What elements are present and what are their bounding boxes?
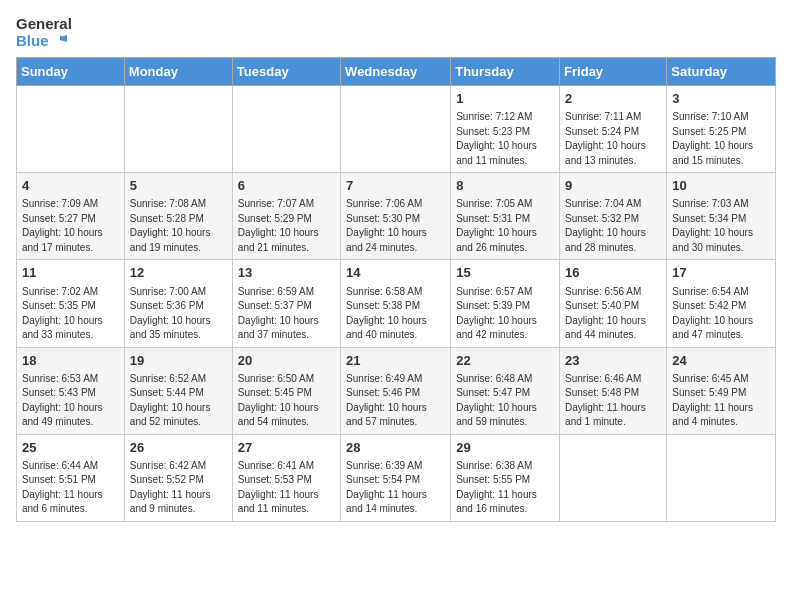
day-number: 22: [456, 352, 554, 370]
day-info: Sunrise: 6:56 AMSunset: 5:40 PMDaylight:…: [565, 285, 661, 343]
calendar-cell: 27Sunrise: 6:41 AMSunset: 5:53 PMDayligh…: [232, 434, 340, 521]
day-number: 6: [238, 177, 335, 195]
day-number: 3: [672, 90, 770, 108]
calendar-cell: 15Sunrise: 6:57 AMSunset: 5:39 PMDayligh…: [451, 260, 560, 347]
day-number: 28: [346, 439, 445, 457]
calendar-cell: 14Sunrise: 6:58 AMSunset: 5:38 PMDayligh…: [341, 260, 451, 347]
calendar-cell: 19Sunrise: 6:52 AMSunset: 5:44 PMDayligh…: [124, 347, 232, 434]
day-info: Sunrise: 6:52 AMSunset: 5:44 PMDaylight:…: [130, 372, 227, 430]
calendar-cell: 24Sunrise: 6:45 AMSunset: 5:49 PMDayligh…: [667, 347, 776, 434]
day-info: Sunrise: 7:12 AMSunset: 5:23 PMDaylight:…: [456, 110, 554, 168]
calendar-week-row: 25Sunrise: 6:44 AMSunset: 5:51 PMDayligh…: [17, 434, 776, 521]
calendar-cell: 25Sunrise: 6:44 AMSunset: 5:51 PMDayligh…: [17, 434, 125, 521]
calendar-cell: 26Sunrise: 6:42 AMSunset: 5:52 PMDayligh…: [124, 434, 232, 521]
day-info: Sunrise: 6:54 AMSunset: 5:42 PMDaylight:…: [672, 285, 770, 343]
day-info: Sunrise: 7:08 AMSunset: 5:28 PMDaylight:…: [130, 197, 227, 255]
calendar-cell: 2Sunrise: 7:11 AMSunset: 5:24 PMDaylight…: [560, 86, 667, 173]
calendar-cell: 1Sunrise: 7:12 AMSunset: 5:23 PMDaylight…: [451, 86, 560, 173]
calendar-cell: 29Sunrise: 6:38 AMSunset: 5:55 PMDayligh…: [451, 434, 560, 521]
day-number: 8: [456, 177, 554, 195]
logo: General Blue: [16, 16, 72, 49]
day-number: 14: [346, 264, 445, 282]
day-number: 19: [130, 352, 227, 370]
calendar-cell: 9Sunrise: 7:04 AMSunset: 5:32 PMDaylight…: [560, 173, 667, 260]
calendar-week-row: 4Sunrise: 7:09 AMSunset: 5:27 PMDaylight…: [17, 173, 776, 260]
day-number: 27: [238, 439, 335, 457]
day-number: 2: [565, 90, 661, 108]
day-info: Sunrise: 7:03 AMSunset: 5:34 PMDaylight:…: [672, 197, 770, 255]
day-number: 25: [22, 439, 119, 457]
calendar-cell: 13Sunrise: 6:59 AMSunset: 5:37 PMDayligh…: [232, 260, 340, 347]
day-number: 4: [22, 177, 119, 195]
page-header: General Blue: [16, 16, 776, 49]
calendar-cell: [341, 86, 451, 173]
calendar-cell: 21Sunrise: 6:49 AMSunset: 5:46 PMDayligh…: [341, 347, 451, 434]
calendar-cell: 18Sunrise: 6:53 AMSunset: 5:43 PMDayligh…: [17, 347, 125, 434]
calendar-cell: 22Sunrise: 6:48 AMSunset: 5:47 PMDayligh…: [451, 347, 560, 434]
calendar-cell: 10Sunrise: 7:03 AMSunset: 5:34 PMDayligh…: [667, 173, 776, 260]
day-number: 5: [130, 177, 227, 195]
day-number: 12: [130, 264, 227, 282]
calendar-cell: 23Sunrise: 6:46 AMSunset: 5:48 PMDayligh…: [560, 347, 667, 434]
day-info: Sunrise: 7:09 AMSunset: 5:27 PMDaylight:…: [22, 197, 119, 255]
day-number: 13: [238, 264, 335, 282]
calendar-cell: 4Sunrise: 7:09 AMSunset: 5:27 PMDaylight…: [17, 173, 125, 260]
day-number: 9: [565, 177, 661, 195]
day-info: Sunrise: 7:05 AMSunset: 5:31 PMDaylight:…: [456, 197, 554, 255]
day-number: 23: [565, 352, 661, 370]
weekday-header-saturday: Saturday: [667, 58, 776, 86]
day-info: Sunrise: 6:44 AMSunset: 5:51 PMDaylight:…: [22, 459, 119, 517]
calendar-cell: [17, 86, 125, 173]
calendar-cell: 16Sunrise: 6:56 AMSunset: 5:40 PMDayligh…: [560, 260, 667, 347]
calendar-cell: [232, 86, 340, 173]
day-number: 11: [22, 264, 119, 282]
day-number: 24: [672, 352, 770, 370]
calendar-cell: 5Sunrise: 7:08 AMSunset: 5:28 PMDaylight…: [124, 173, 232, 260]
day-info: Sunrise: 6:42 AMSunset: 5:52 PMDaylight:…: [130, 459, 227, 517]
day-number: 26: [130, 439, 227, 457]
calendar-week-row: 18Sunrise: 6:53 AMSunset: 5:43 PMDayligh…: [17, 347, 776, 434]
calendar-table: SundayMondayTuesdayWednesdayThursdayFrid…: [16, 57, 776, 522]
day-info: Sunrise: 6:46 AMSunset: 5:48 PMDaylight:…: [565, 372, 661, 430]
day-number: 20: [238, 352, 335, 370]
weekday-header-sunday: Sunday: [17, 58, 125, 86]
weekday-header-thursday: Thursday: [451, 58, 560, 86]
calendar-cell: 17Sunrise: 6:54 AMSunset: 5:42 PMDayligh…: [667, 260, 776, 347]
day-info: Sunrise: 6:39 AMSunset: 5:54 PMDaylight:…: [346, 459, 445, 517]
weekday-header-monday: Monday: [124, 58, 232, 86]
day-number: 21: [346, 352, 445, 370]
calendar-cell: 20Sunrise: 6:50 AMSunset: 5:45 PMDayligh…: [232, 347, 340, 434]
day-info: Sunrise: 6:38 AMSunset: 5:55 PMDaylight:…: [456, 459, 554, 517]
weekday-header-row: SundayMondayTuesdayWednesdayThursdayFrid…: [17, 58, 776, 86]
day-info: Sunrise: 7:10 AMSunset: 5:25 PMDaylight:…: [672, 110, 770, 168]
calendar-cell: 6Sunrise: 7:07 AMSunset: 5:29 PMDaylight…: [232, 173, 340, 260]
day-info: Sunrise: 7:04 AMSunset: 5:32 PMDaylight:…: [565, 197, 661, 255]
calendar-cell: 3Sunrise: 7:10 AMSunset: 5:25 PMDaylight…: [667, 86, 776, 173]
calendar-cell: [667, 434, 776, 521]
day-info: Sunrise: 7:00 AMSunset: 5:36 PMDaylight:…: [130, 285, 227, 343]
calendar-cell: 7Sunrise: 7:06 AMSunset: 5:30 PMDaylight…: [341, 173, 451, 260]
day-info: Sunrise: 6:59 AMSunset: 5:37 PMDaylight:…: [238, 285, 335, 343]
day-info: Sunrise: 6:49 AMSunset: 5:46 PMDaylight:…: [346, 372, 445, 430]
day-info: Sunrise: 6:58 AMSunset: 5:38 PMDaylight:…: [346, 285, 445, 343]
day-info: Sunrise: 7:02 AMSunset: 5:35 PMDaylight:…: [22, 285, 119, 343]
day-info: Sunrise: 6:57 AMSunset: 5:39 PMDaylight:…: [456, 285, 554, 343]
day-number: 10: [672, 177, 770, 195]
day-number: 18: [22, 352, 119, 370]
day-info: Sunrise: 6:45 AMSunset: 5:49 PMDaylight:…: [672, 372, 770, 430]
calendar-week-row: 1Sunrise: 7:12 AMSunset: 5:23 PMDaylight…: [17, 86, 776, 173]
weekday-header-tuesday: Tuesday: [232, 58, 340, 86]
logo-bird-icon: [53, 35, 67, 49]
calendar-cell: [560, 434, 667, 521]
day-number: 16: [565, 264, 661, 282]
day-number: 17: [672, 264, 770, 282]
calendar-cell: 8Sunrise: 7:05 AMSunset: 5:31 PMDaylight…: [451, 173, 560, 260]
weekday-header-wednesday: Wednesday: [341, 58, 451, 86]
calendar-cell: [124, 86, 232, 173]
day-info: Sunrise: 6:48 AMSunset: 5:47 PMDaylight:…: [456, 372, 554, 430]
day-info: Sunrise: 7:06 AMSunset: 5:30 PMDaylight:…: [346, 197, 445, 255]
weekday-header-friday: Friday: [560, 58, 667, 86]
day-number: 29: [456, 439, 554, 457]
day-info: Sunrise: 7:11 AMSunset: 5:24 PMDaylight:…: [565, 110, 661, 168]
calendar-cell: 28Sunrise: 6:39 AMSunset: 5:54 PMDayligh…: [341, 434, 451, 521]
